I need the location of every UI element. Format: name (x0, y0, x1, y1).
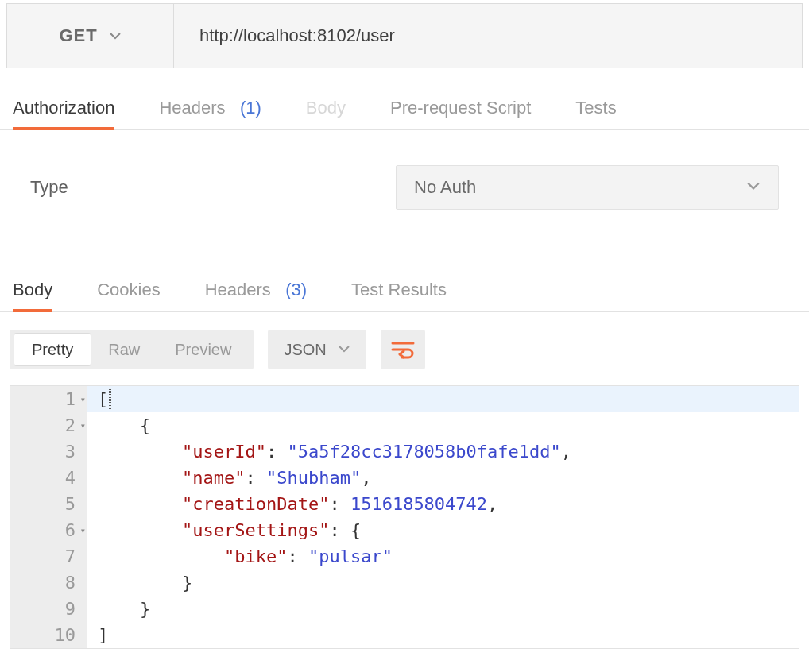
wrap-lines-button[interactable] (381, 330, 425, 369)
tab-headers[interactable]: Headers (1) (159, 98, 261, 129)
body-format-label: JSON (284, 341, 326, 359)
token-brace: } (140, 599, 150, 619)
tab-label: Headers (159, 98, 225, 118)
request-bar: GET (6, 3, 803, 68)
tab-tests[interactable]: Tests (575, 98, 616, 129)
fold-caret-icon[interactable]: ▾ (80, 386, 86, 412)
auth-panel: Type No Auth (0, 130, 809, 245)
chevron-down-icon (746, 177, 761, 198)
tab-label: Headers (205, 280, 271, 299)
tab-label: Pre-request Script (390, 98, 531, 118)
token-bracket: ] (98, 625, 108, 645)
code-line: 6▾ "userSettings": { (10, 517, 799, 543)
code-line: 4 "name": "Shubham", (10, 465, 799, 491)
line-number: 4 (10, 465, 87, 491)
json-key: "name" (182, 468, 245, 488)
tab-authorization[interactable]: Authorization (13, 98, 114, 129)
json-string: "Shubham" (266, 468, 361, 488)
auth-type-label: Type (30, 177, 396, 198)
token-brace: { (140, 415, 150, 435)
line-number: 7 (10, 543, 87, 570)
line-number: 5 (10, 491, 87, 517)
json-string: "5a5f28cc3178058b0fafe1dd" (287, 442, 560, 462)
auth-type-value: No Auth (414, 177, 476, 198)
json-key: "userSettings" (182, 520, 329, 540)
token-brace: { (350, 520, 361, 540)
code-line: 3 "userId": "5a5f28cc3178058b0fafe1dd", (10, 438, 799, 465)
fold-caret-icon[interactable]: ▾ (80, 412, 86, 438)
body-format-select[interactable]: JSON (268, 330, 366, 369)
auth-type-select[interactable]: No Auth (396, 165, 779, 210)
view-mode-preview[interactable]: Preview (157, 334, 249, 365)
seg-label: Pretty (32, 341, 73, 359)
http-method-label: GET (59, 25, 97, 46)
http-method-select[interactable]: GET (7, 4, 174, 68)
resp-tab-headers[interactable]: Headers (3) (205, 280, 307, 311)
resp-headers-count-badge: (3) (285, 280, 307, 299)
request-url-input[interactable] (174, 4, 802, 68)
code-line: 7 "bike": "pulsar" (10, 543, 799, 570)
tab-label: Tests (575, 98, 616, 118)
code-line: 2▾ { (10, 412, 799, 438)
code-line: 1▾ [ (10, 386, 799, 412)
view-mode-raw[interactable]: Raw (91, 334, 157, 365)
wrap-icon (391, 340, 415, 359)
line-number: 8 (10, 570, 87, 596)
tab-label: Test Results (351, 280, 447, 299)
response-tabs: Body Cookies Headers (3) Test Results (0, 245, 809, 312)
response-body-editor[interactable]: 1▾ [ 2▾ { 3 "userId": "5a5f28cc3178058b0… (10, 385, 799, 649)
resp-tab-cookies[interactable]: Cookies (97, 280, 160, 311)
token-brace: } (182, 573, 192, 593)
request-tabs: Authorization Headers (1) Body Pre-reque… (0, 68, 809, 130)
tab-label: Cookies (97, 280, 160, 299)
line-number: 6▾ (10, 517, 87, 543)
line-number: 10 (10, 622, 87, 648)
chevron-down-icon (109, 29, 122, 42)
fold-caret-icon[interactable]: ▾ (80, 517, 86, 543)
json-key: "userId" (182, 442, 266, 462)
view-mode-pretty[interactable]: Pretty (14, 334, 91, 365)
line-number: 3 (10, 438, 87, 465)
tab-label: Body (13, 280, 52, 299)
tab-body[interactable]: Body (306, 98, 346, 129)
json-string: "pulsar" (308, 546, 393, 566)
view-mode-group: Pretty Raw Preview (10, 330, 254, 369)
resp-tab-testresults[interactable]: Test Results (351, 280, 447, 311)
tab-label: Body (306, 98, 346, 118)
code-line: 9 } (10, 596, 799, 622)
seg-label: Preview (175, 341, 231, 359)
json-key: "creationDate" (182, 494, 329, 514)
code-line: 8 } (10, 570, 799, 596)
code-line: 5 "creationDate": 1516185804742, (10, 491, 799, 517)
code-line: 10 ] (10, 622, 799, 648)
line-number: 9 (10, 596, 87, 622)
line-number: 2▾ (10, 412, 87, 438)
headers-count-badge: (1) (240, 98, 261, 118)
json-number: 1516185804742 (350, 494, 487, 514)
tab-prerequest[interactable]: Pre-request Script (390, 98, 531, 129)
token-bracket: [ (98, 389, 108, 409)
seg-label: Raw (108, 341, 140, 359)
resp-tab-body[interactable]: Body (13, 280, 52, 311)
text-cursor (109, 389, 111, 409)
json-key: "bike" (224, 546, 287, 566)
chevron-down-icon (338, 341, 350, 359)
body-toolbar: Pretty Raw Preview JSON (0, 312, 809, 385)
tab-label: Authorization (13, 98, 114, 118)
line-number: 1▾ (10, 386, 87, 412)
